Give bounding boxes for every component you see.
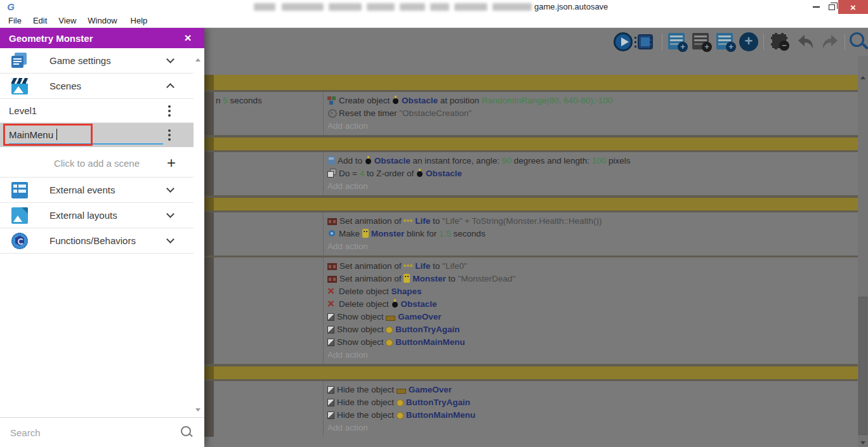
obstacle-icon <box>392 96 399 105</box>
scene-item-level1[interactable]: Level1 <box>0 99 194 123</box>
kebab-menu-icon[interactable] <box>168 129 171 141</box>
blink-icon <box>327 229 336 238</box>
menu-help[interactable]: Help <box>125 16 154 25</box>
delete-event-icon[interactable]: − <box>771 33 787 49</box>
scene-rename-input[interactable] <box>9 127 161 142</box>
conditions-column[interactable]: n 5 seconds <box>214 92 323 135</box>
text-segment: to <box>430 216 442 226</box>
add-action-button[interactable]: Add action <box>327 349 855 361</box>
scroll-up-icon[interactable] <box>860 76 865 79</box>
search-bar <box>0 417 204 447</box>
text-segment: 5 <box>223 96 228 105</box>
add-event-icon[interactable]: + <box>668 33 685 49</box>
scroll-down-icon[interactable] <box>860 441 865 444</box>
add-subevent-icon[interactable]: + <box>692 33 709 49</box>
comment-row[interactable] <box>204 75 858 90</box>
animation-icon <box>327 263 337 270</box>
menu-bar: File Edit View Window Help <box>0 14 868 28</box>
text-segment: Set animation of <box>339 216 404 226</box>
conditions-column[interactable] <box>214 381 323 437</box>
event-row[interactable]: Add to Obstacle an instant force, angle:… <box>204 150 858 195</box>
sidebar-item-label: Scenes <box>49 81 81 91</box>
toolbar-separator <box>763 34 764 50</box>
conditions-column[interactable] <box>214 257 323 364</box>
event-row[interactable]: Set animation of Life to "Life" + ToStri… <box>204 211 858 256</box>
kebab-menu-icon[interactable] <box>168 105 171 117</box>
event-drag-handle <box>204 198 214 211</box>
project-manager-panel: Geometry Monster × Game settings Scenes … <box>0 28 204 447</box>
text-segment: Create object <box>339 96 392 105</box>
button-icon <box>386 339 393 346</box>
scrollbar-thumb[interactable] <box>858 297 867 435</box>
event-drag-handle <box>204 212 214 256</box>
scroll-down-icon[interactable] <box>195 408 201 411</box>
minimize-button[interactable] <box>807 0 825 14</box>
menu-window[interactable]: Window <box>82 16 124 25</box>
scroll-up-icon[interactable] <box>195 58 201 62</box>
redo-icon[interactable] <box>820 32 839 51</box>
scene-item-mainmenu[interactable] <box>0 123 194 147</box>
search-icon[interactable] <box>849 32 868 51</box>
comment-text <box>214 75 858 90</box>
event-line: Delete object Obstacle <box>327 298 855 311</box>
chevron-down-icon[interactable] <box>166 210 174 218</box>
sidebar-item-scenes[interactable]: Scenes <box>0 74 194 99</box>
undo-icon[interactable] <box>796 32 815 51</box>
add-comment-icon[interactable]: + <box>716 33 733 49</box>
plus-icon[interactable]: + <box>167 155 176 171</box>
menu-view[interactable]: View <box>53 16 82 25</box>
event-line: Reset the timer "ObstacleCreation" <box>327 107 855 120</box>
comment-row[interactable] <box>204 364 858 379</box>
event-sheet-scrollbar[interactable] <box>858 56 868 447</box>
actions-column[interactable]: Create object Obstacle at position Rando… <box>324 92 858 135</box>
conditions-column[interactable] <box>214 212 323 256</box>
chevron-down-icon[interactable] <box>166 55 174 63</box>
sidebar-item-external-layouts[interactable]: External layouts <box>0 203 194 228</box>
event-drag-handle <box>204 138 214 150</box>
sidebar-item-game-settings[interactable]: Game settings <box>0 48 194 74</box>
sidebar-item-functions-behaviors[interactable]: Functions/Behaviors <box>0 228 194 254</box>
event-row[interactable]: Hide the object GameOverHide the object … <box>204 379 858 437</box>
add-circle-icon[interactable]: + <box>739 32 758 51</box>
gameover-icon <box>397 389 406 394</box>
close-panel-icon[interactable]: × <box>179 28 197 48</box>
title-bar: G game.json.autosave × <box>0 0 868 14</box>
comment-row[interactable] <box>204 135 858 150</box>
actions-column[interactable]: Set animation of Life to "Life0"Set anim… <box>324 257 858 364</box>
text-segment: to <box>446 274 458 283</box>
text-segment: "ObstacleCreation" <box>399 108 471 118</box>
text-segment: 100 <box>592 156 607 165</box>
toolbar-separator <box>845 34 845 50</box>
actions-column[interactable]: Add to Obstacle an instant force, angle:… <box>324 152 858 195</box>
add-scene-button[interactable]: Click to add a scene + <box>0 150 194 178</box>
text-segment: n <box>216 96 223 105</box>
debug-icon[interactable] <box>638 34 653 49</box>
event-row[interactable]: n 5 secondsCreate object Obstacle at pos… <box>204 90 858 135</box>
close-window-button[interactable]: × <box>838 0 868 14</box>
event-row[interactable]: Set animation of Life to "Life0"Set anim… <box>204 256 858 364</box>
menu-file[interactable]: File <box>3 16 27 25</box>
redacted-title-text <box>400 3 425 11</box>
menu-edit[interactable]: Edit <box>27 16 53 25</box>
text-segment: Show object <box>337 325 386 334</box>
add-action-button[interactable]: Add action <box>327 180 855 193</box>
event-line: Create object Obstacle at position Rando… <box>327 94 855 107</box>
chevron-up-icon[interactable] <box>166 83 174 91</box>
add-action-button[interactable]: Add action <box>327 240 855 253</box>
comment-text <box>214 198 858 211</box>
obstacle-icon <box>365 156 372 165</box>
actions-column[interactable]: Hide the object GameOverHide the object … <box>324 381 858 437</box>
conditions-column[interactable] <box>214 152 323 195</box>
actions-column[interactable]: Set animation of Life to "Life" + ToStri… <box>324 212 858 256</box>
preview-play-icon[interactable] <box>614 32 633 51</box>
add-action-button[interactable]: Add action <box>327 422 855 434</box>
sidebar-item-external-events[interactable]: External events <box>0 178 194 203</box>
add-action-button[interactable]: Add action <box>327 120 855 133</box>
search-input[interactable] <box>9 424 168 441</box>
comment-row[interactable] <box>204 195 858 211</box>
chevron-down-icon[interactable] <box>166 235 174 243</box>
functions-icon <box>11 233 28 249</box>
search-icon[interactable] <box>180 425 193 438</box>
force-icon <box>327 156 335 165</box>
chevron-down-icon[interactable] <box>166 185 174 193</box>
